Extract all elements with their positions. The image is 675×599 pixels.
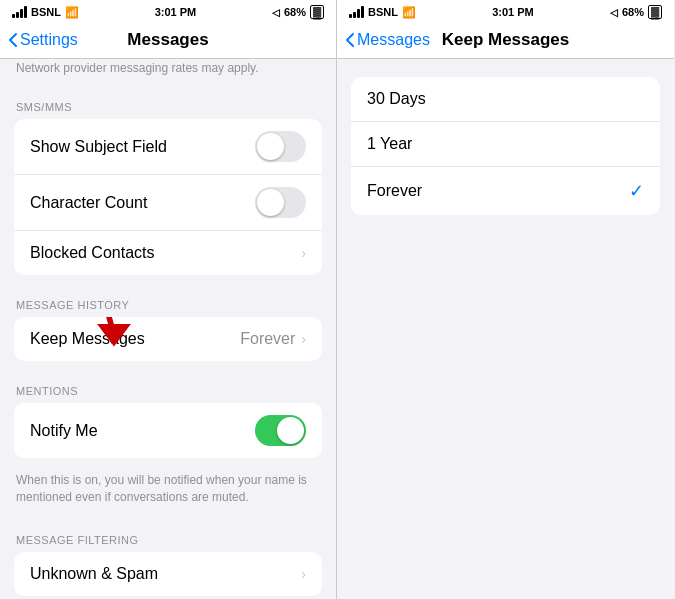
character-count-row[interactable]: Character Count	[14, 175, 322, 231]
option-forever-label: Forever	[367, 182, 422, 200]
show-subject-label: Show Subject Field	[30, 138, 167, 156]
wifi-icon: 📶	[65, 6, 79, 19]
back-button-left[interactable]: Settings	[8, 31, 78, 49]
option-1year-label: 1 Year	[367, 135, 412, 153]
status-left: BSNL 📶	[12, 6, 79, 19]
battery-right: 68%	[622, 6, 644, 18]
section-label-filtering: MESSAGE FILTERING	[0, 518, 336, 552]
unknown-spam-right: ›	[301, 566, 306, 582]
toggle-knob-3	[277, 417, 304, 444]
section-label-sms: SMS/MMS	[0, 85, 336, 119]
option-forever-row[interactable]: Forever ✓	[351, 167, 660, 215]
mentions-group: Notify Me	[14, 403, 322, 458]
page-title-right: Keep Messages	[442, 30, 570, 50]
keep-messages-list: 30 Days 1 Year Forever ✓	[351, 77, 660, 215]
keep-messages-right: Forever ›	[240, 330, 306, 348]
right-panel: BSNL 📶 3:01 PM ◁ 68% ▓ Messages Keep Mes…	[337, 0, 674, 599]
toggle-knob-2	[257, 189, 284, 216]
unknown-spam-row[interactable]: Unknown & Spam ›	[14, 552, 322, 596]
chevron-icon-3: ›	[301, 566, 306, 582]
notify-description: When this is on, you will be notified wh…	[0, 466, 336, 518]
filtering-group: Unknown & Spam ›	[14, 552, 322, 596]
battery-icon-right: ▓	[648, 5, 662, 19]
right-content: 30 Days 1 Year Forever ✓	[337, 59, 674, 599]
toggle-knob	[257, 133, 284, 160]
chevron-icon-2: ›	[301, 331, 306, 347]
status-bar-left: BSNL 📶 3:01 PM ◁ 68% ▓	[0, 0, 336, 24]
keep-messages-row[interactable]: Keep Messages Forever ›	[14, 317, 322, 361]
chevron-left-icon	[8, 32, 18, 48]
option-1year-row[interactable]: 1 Year	[351, 122, 660, 167]
back-label-right: Messages	[357, 31, 430, 49]
nav-bar-left: Settings Messages	[0, 24, 336, 59]
blocked-contacts-right: ›	[301, 245, 306, 261]
chevron-icon: ›	[301, 245, 306, 261]
status-right-left: ◁ 68% ▓	[272, 5, 324, 19]
carrier-left: BSNL	[31, 6, 61, 18]
back-label-left: Settings	[20, 31, 78, 49]
time-right: 3:01 PM	[492, 6, 534, 18]
left-panel: BSNL 📶 3:01 PM ◁ 68% ▓ Settings Messages…	[0, 0, 337, 599]
section-label-mentions: MENTIONS	[0, 369, 336, 403]
show-subject-toggle[interactable]	[255, 131, 306, 162]
show-subject-row[interactable]: Show Subject Field	[14, 119, 322, 175]
checkmark-icon: ✓	[629, 180, 644, 202]
section-label-history: MESSAGE HISTORY	[0, 283, 336, 317]
option-30days-label: 30 Days	[367, 90, 426, 108]
page-title-left: Messages	[127, 30, 208, 50]
time-left: 3:01 PM	[155, 6, 197, 18]
battery-left: 68%	[284, 6, 306, 18]
notify-me-toggle[interactable]	[255, 415, 306, 446]
history-group: Keep Messages Forever ›	[14, 317, 322, 361]
signal-icon-right	[349, 6, 364, 18]
sms-group: Show Subject Field Character Count Block…	[14, 119, 322, 275]
keep-messages-label: Keep Messages	[30, 330, 145, 348]
note-text: Network provider messaging rates may app…	[0, 59, 336, 85]
carrier-right: BSNL	[368, 6, 398, 18]
location-icon-right: ◁	[610, 7, 618, 18]
option-30days-row[interactable]: 30 Days	[351, 77, 660, 122]
unknown-spam-label: Unknown & Spam	[30, 565, 158, 583]
status-right-right: ◁ 68% ▓	[610, 5, 662, 19]
character-count-label: Character Count	[30, 194, 147, 212]
chevron-left-icon-right	[345, 32, 355, 48]
keep-messages-value: Forever	[240, 330, 295, 348]
notify-me-label: Notify Me	[30, 422, 98, 440]
left-content: Network provider messaging rates may app…	[0, 59, 336, 599]
battery-icon: ▓	[310, 5, 324, 19]
blocked-contacts-row[interactable]: Blocked Contacts ›	[14, 231, 322, 275]
notify-me-row[interactable]: Notify Me	[14, 403, 322, 458]
blocked-contacts-label: Blocked Contacts	[30, 244, 155, 262]
location-icon: ◁	[272, 7, 280, 18]
status-bar-right: BSNL 📶 3:01 PM ◁ 68% ▓	[337, 0, 674, 24]
nav-bar-right: Messages Keep Messages	[337, 24, 674, 59]
status-left-right: BSNL 📶	[349, 6, 416, 19]
signal-icon	[12, 6, 27, 18]
back-button-right[interactable]: Messages	[345, 31, 430, 49]
wifi-icon-right: 📶	[402, 6, 416, 19]
character-count-toggle[interactable]	[255, 187, 306, 218]
